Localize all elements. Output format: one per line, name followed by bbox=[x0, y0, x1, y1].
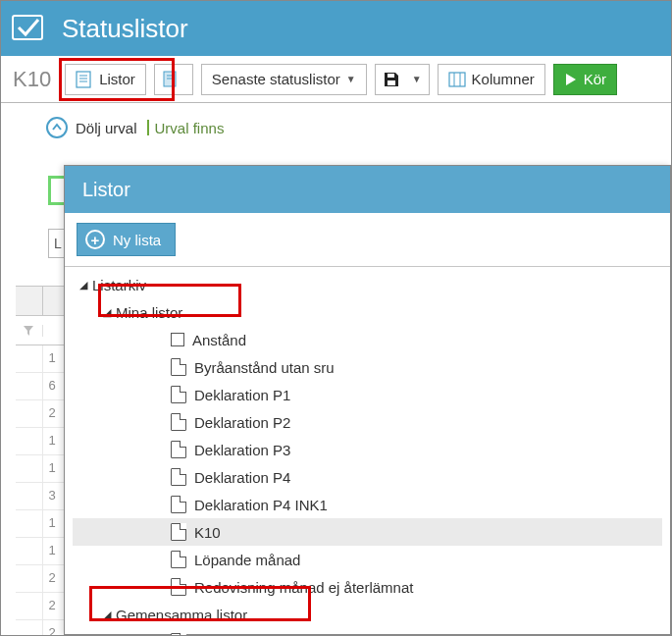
popup-toolbar: + Ny lista bbox=[65, 213, 670, 266]
svg-marker-14 bbox=[24, 326, 33, 336]
document-icon bbox=[171, 551, 186, 568]
tree-item-anstånd[interactable]: ▶Anstånd bbox=[73, 326, 662, 353]
table-row[interactable]: 2 bbox=[16, 593, 70, 620]
table-row[interactable]: 3 bbox=[16, 483, 70, 510]
table-row[interactable]: 1 bbox=[16, 428, 70, 455]
document-icon bbox=[171, 468, 186, 486]
tree-item-exempel[interactable]: ▶Exempel bbox=[73, 628, 662, 636]
checkbox-icon bbox=[171, 333, 184, 346]
document-icon bbox=[162, 71, 180, 88]
popup-title: Listor bbox=[65, 166, 670, 213]
table-row[interactable]: 2 bbox=[16, 565, 70, 593]
selection-bar: Dölj urval Urval finns bbox=[1, 103, 671, 152]
expander-icon[interactable]: ◢ bbox=[100, 609, 114, 621]
list-icon bbox=[76, 71, 93, 88]
tree-item-label: Deklaration P4 bbox=[194, 469, 290, 486]
tree-item-deklaration-p1[interactable]: ▶Deklaration P1 bbox=[73, 381, 662, 408]
check-icon bbox=[9, 8, 48, 50]
tree-item-label: Deklaration P2 bbox=[194, 414, 290, 431]
tree-mina-listor[interactable]: ◢Mina listor bbox=[73, 298, 662, 326]
expander-icon[interactable]: ◢ bbox=[77, 279, 90, 292]
main-toolbar: K10 Listor Senaste statuslistor ▼ ▼ Kolu… bbox=[1, 56, 671, 103]
tree-item-label: Byråanstånd utan sru bbox=[194, 359, 335, 376]
listor-popup: Listor + Ny lista ◢Listarkiv◢Mina listor… bbox=[64, 165, 671, 635]
hide-selection-label: Dölj urval bbox=[76, 120, 137, 136]
svg-rect-8 bbox=[388, 74, 394, 78]
svg-rect-10 bbox=[449, 73, 465, 86]
tree-gemensamma-listor[interactable]: ◢Gemensamma listor bbox=[73, 601, 662, 628]
app-header: Statuslistor bbox=[1, 1, 671, 56]
plus-icon: + bbox=[85, 230, 105, 249]
page-title: Statuslistor bbox=[62, 14, 188, 44]
new-list-label: Ny lista bbox=[113, 232, 161, 248]
tree-item-deklaration-p4-ink1[interactable]: ▶Deklaration P4 INK1 bbox=[73, 491, 662, 518]
filter-icon[interactable] bbox=[16, 325, 43, 337]
document-icon bbox=[171, 441, 186, 458]
grid-rows: 16211311222 bbox=[16, 345, 70, 636]
new-list-button[interactable]: + Ny lista bbox=[77, 223, 176, 256]
document-icon bbox=[171, 523, 186, 541]
save-icon bbox=[383, 71, 400, 88]
svg-rect-9 bbox=[388, 80, 395, 85]
document-icon bbox=[171, 578, 186, 596]
tree-item-label: Gemensamma listor bbox=[116, 607, 247, 623]
chevron-down-icon: ▼ bbox=[346, 74, 356, 84]
grid-header bbox=[16, 287, 70, 316]
tree-item-label: Listarkiv bbox=[92, 277, 146, 293]
columns-label: Kolumner bbox=[472, 71, 535, 87]
tree-item-label: Redovisning månad ej återlämnat bbox=[194, 579, 413, 596]
listor-label: Listor bbox=[99, 71, 135, 87]
selection-exists-label: Urval finns bbox=[155, 120, 225, 136]
recent-statuslists-button[interactable]: Senaste statuslistor ▼ bbox=[201, 64, 367, 95]
tree-item-redovisning-månad-ej-återlämnat[interactable]: ▶Redovisning månad ej återlämnat bbox=[73, 573, 662, 601]
play-icon bbox=[564, 73, 578, 86]
tree-item-k10[interactable]: ▶K10 bbox=[73, 518, 662, 546]
tree-item-deklaration-p4[interactable]: ▶Deklaration P4 bbox=[73, 463, 662, 491]
table-row[interactable]: 2 bbox=[16, 400, 70, 428]
save-button[interactable]: ▼ bbox=[375, 64, 430, 95]
arrow-up-icon bbox=[46, 117, 68, 138]
columns-button[interactable]: Kolumner bbox=[438, 64, 545, 95]
grid-edge: 16211311222 bbox=[16, 286, 70, 635]
expander-icon[interactable]: ◢ bbox=[100, 306, 114, 319]
document-icon bbox=[171, 386, 186, 403]
tree-item-label: K10 bbox=[194, 524, 221, 541]
grid-filter-row bbox=[16, 316, 70, 345]
table-row[interactable]: 6 bbox=[16, 373, 70, 400]
svg-rect-1 bbox=[77, 72, 90, 87]
tree-item-label: Löpande månad bbox=[194, 552, 300, 568]
run-label: Kör bbox=[584, 71, 606, 87]
table-row[interactable]: 1 bbox=[16, 538, 70, 565]
table-row[interactable]: 2 bbox=[16, 620, 70, 636]
table-row[interactable]: 1 bbox=[16, 345, 70, 373]
tree-item-label: Mina listor bbox=[116, 304, 182, 321]
context-label: K10 bbox=[13, 67, 51, 92]
svg-marker-13 bbox=[566, 74, 576, 85]
run-button[interactable]: Kör bbox=[553, 64, 617, 95]
toolbar-extra-button[interactable] bbox=[154, 64, 193, 95]
document-icon bbox=[171, 358, 186, 376]
table-row[interactable]: 1 bbox=[16, 455, 70, 483]
list-tree: ◢Listarkiv◢Mina listor▶Anstånd▶Byråanstå… bbox=[65, 266, 670, 636]
tree-item-deklaration-p2[interactable]: ▶Deklaration P2 bbox=[73, 408, 662, 436]
tree-item-label: Deklaration P1 bbox=[194, 387, 290, 403]
tree-root[interactable]: ◢Listarkiv bbox=[73, 271, 662, 298]
table-row[interactable]: 1 bbox=[16, 510, 70, 538]
columns-icon bbox=[448, 71, 466, 88]
document-icon bbox=[171, 413, 186, 431]
listor-button[interactable]: Listor bbox=[65, 64, 146, 95]
tree-item-byråanstånd-utan-sru[interactable]: ▶Byråanstånd utan sru bbox=[73, 353, 662, 381]
tree-item-deklaration-p3[interactable]: ▶Deklaration P3 bbox=[73, 436, 662, 463]
tree-item-löpande-månad[interactable]: ▶Löpande månad bbox=[73, 546, 662, 573]
chevron-down-icon: ▼ bbox=[412, 74, 422, 84]
hide-selection-link[interactable]: Dölj urval bbox=[46, 117, 137, 138]
recent-label: Senaste statuslistor bbox=[212, 71, 340, 87]
tree-item-label: Deklaration P3 bbox=[194, 442, 290, 458]
tree-item-label: Anstånd bbox=[192, 332, 246, 348]
tree-item-label: Deklaration P4 INK1 bbox=[194, 497, 328, 513]
document-icon bbox=[171, 496, 186, 513]
selection-exists-indicator: Urval finns bbox=[147, 120, 225, 136]
